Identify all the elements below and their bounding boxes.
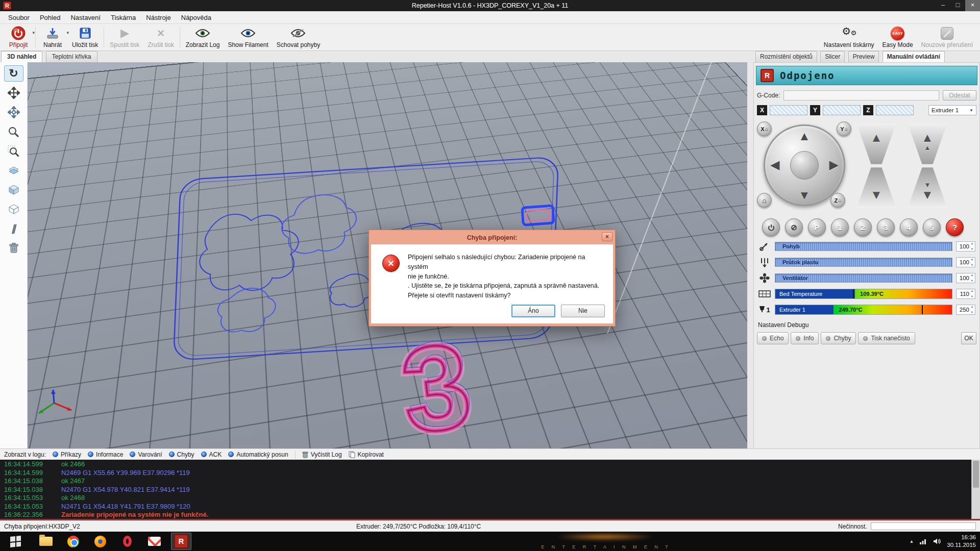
filter-errors[interactable]: Chyby bbox=[169, 451, 194, 458]
show-log-button[interactable]: Zobrazit Log bbox=[182, 24, 224, 51]
view-wireframe-button[interactable] bbox=[4, 201, 23, 217]
taskbar-chrome[interactable] bbox=[63, 533, 83, 550]
power-button[interactable] bbox=[762, 218, 780, 236]
spin-up-icon[interactable]: ▲ bbox=[970, 274, 974, 277]
menu-nastroje[interactable]: Nástroje bbox=[141, 12, 176, 23]
preset-1-button[interactable]: 1 bbox=[831, 218, 849, 236]
menu-pohled[interactable]: Pohled bbox=[35, 12, 65, 23]
taskbar-firefox[interactable] bbox=[90, 533, 110, 550]
parallel-projection-button[interactable]: ∥ bbox=[4, 220, 23, 237]
filter-ack[interactable]: ACK bbox=[201, 451, 222, 458]
close-button[interactable]: × bbox=[965, 0, 980, 11]
bed-temp-bar[interactable]: Bed Temperature 109.39°C bbox=[775, 289, 952, 299]
show-filament-button[interactable]: Show Filament bbox=[224, 24, 272, 51]
jog-y-plus-button[interactable]: ▲ bbox=[798, 129, 811, 143]
preset-4-button[interactable]: 4 bbox=[900, 218, 918, 236]
home-x-button[interactable]: X⌂ bbox=[757, 121, 772, 136]
log-scrollbar[interactable] bbox=[971, 460, 980, 519]
menu-nastaveni[interactable]: Nastavení bbox=[65, 12, 106, 23]
extruder-temp-target[interactable]: 250 ▲▼ bbox=[956, 305, 975, 315]
dialog-no-button[interactable]: Nie bbox=[561, 305, 605, 317]
dialog-close-button[interactable]: × bbox=[602, 232, 612, 241]
spin-down-icon[interactable]: ▼ bbox=[970, 280, 974, 283]
printer-settings-button[interactable]: ⚙⚙ Nastavení tiskárny bbox=[820, 24, 878, 51]
log-scroll-thumb[interactable] bbox=[973, 461, 979, 488]
debug-ok-button[interactable]: OK bbox=[961, 332, 976, 344]
tab-preview[interactable]: Preview bbox=[848, 51, 879, 62]
tab-temperature-curve[interactable]: Teplotní křivka bbox=[46, 51, 97, 62]
filter-warnings[interactable]: Varování bbox=[130, 451, 162, 458]
tab-object-placement[interactable]: Rozmístění objektů bbox=[755, 51, 817, 62]
debug-dryrun-button[interactable]: Tisk nanečisto bbox=[858, 332, 915, 344]
feedrate-value[interactable]: 100 ▲▼ bbox=[956, 241, 975, 252]
zoom-button[interactable] bbox=[4, 123, 23, 140]
zoom-region-button[interactable] bbox=[4, 143, 23, 159]
extruder-temp-bar[interactable]: Extruder 1 249.70°C bbox=[775, 305, 952, 315]
extruder-select[interactable]: Extruder 1 ▼ bbox=[928, 105, 976, 115]
help-button[interactable]: ? bbox=[946, 218, 964, 236]
fan-value[interactable]: 100 ▲▼ bbox=[956, 273, 975, 283]
start-button[interactable] bbox=[0, 532, 31, 551]
preset-5-button[interactable]: 5 bbox=[923, 218, 941, 236]
menu-soubor[interactable]: Soubor bbox=[3, 12, 35, 23]
filter-commands[interactable]: Příkazy bbox=[53, 451, 81, 458]
preset-2-button[interactable]: 2 bbox=[854, 218, 872, 236]
delete-object-button[interactable] bbox=[4, 240, 23, 256]
view-iso-button[interactable] bbox=[4, 182, 23, 198]
spin-down-icon[interactable]: ▼ bbox=[970, 295, 974, 298]
home-all-button[interactable]: ⌂ bbox=[757, 193, 772, 208]
menu-tiskarna[interactable]: Tiskárna bbox=[106, 12, 141, 23]
menu-napoveda[interactable]: Nápověda bbox=[176, 12, 216, 23]
clear-log-button[interactable]: Vyčistit Log bbox=[302, 451, 342, 458]
maximize-button[interactable]: □ bbox=[950, 0, 965, 11]
jog-x-plus-button[interactable]: ▶ bbox=[829, 158, 839, 172]
minimize-button[interactable]: – bbox=[936, 0, 950, 11]
jog-center-knob[interactable] bbox=[790, 151, 819, 180]
home-y-button[interactable]: Y⌂ bbox=[837, 121, 851, 136]
tab-slicer[interactable]: Slicer bbox=[820, 51, 845, 62]
taskbar-opera[interactable] bbox=[117, 533, 137, 550]
extruder-jog-control[interactable]: ▲ ▲ ▼ ▼ bbox=[905, 123, 950, 208]
move-viewpoint-button[interactable] bbox=[4, 104, 23, 120]
spin-up-icon[interactable]: ▲ bbox=[970, 242, 974, 245]
volume-icon[interactable] bbox=[933, 538, 941, 545]
bed-temp-target[interactable]: 110 ▲▼ bbox=[956, 289, 975, 299]
view-front-button[interactable] bbox=[4, 162, 23, 179]
connect-dropdown-icon[interactable]: ▾ bbox=[32, 30, 35, 35]
spin-down-icon[interactable]: ▼ bbox=[970, 248, 974, 251]
jog-x-minus-button[interactable]: ◀ bbox=[770, 158, 779, 172]
spin-down-icon[interactable]: ▼ bbox=[970, 311, 974, 314]
spin-up-icon[interactable]: ▲ bbox=[970, 290, 974, 293]
taskbar-file-explorer[interactable] bbox=[36, 533, 56, 550]
taskbar-gmail[interactable] bbox=[144, 533, 164, 550]
tray-expand-icon[interactable]: ▲ bbox=[909, 539, 914, 544]
move-object-button[interactable] bbox=[4, 85, 23, 101]
home-z-button[interactable]: Z⌂ bbox=[830, 193, 845, 208]
z-jog-control[interactable]: ▲ ▼ bbox=[854, 123, 899, 208]
easy-mode-button[interactable]: EASY Easy Mode bbox=[878, 24, 917, 51]
load-button[interactable]: ▾ Nahrát bbox=[37, 24, 68, 51]
filter-autoscroll[interactable]: Automatický posun bbox=[228, 451, 288, 458]
spin-up-icon[interactable]: ▲ bbox=[970, 258, 974, 261]
park-button[interactable]: P bbox=[808, 218, 826, 236]
save-print-button[interactable]: Uložit tisk bbox=[68, 24, 102, 51]
taskbar-repetier-active[interactable]: R bbox=[171, 533, 191, 550]
rotate-view-button[interactable]: ↻ bbox=[4, 65, 23, 82]
hide-travel-button[interactable]: Schovat pohyby bbox=[273, 24, 324, 51]
debug-echo-button[interactable]: Echo bbox=[757, 332, 789, 344]
jog-y-minus-button[interactable]: ▼ bbox=[798, 188, 811, 203]
atx-power-button[interactable]: ⊘ bbox=[785, 218, 803, 236]
tab-3d-preview[interactable]: 3D náhled bbox=[1, 51, 42, 62]
feedrate-slider[interactable]: Pohyb bbox=[775, 242, 952, 251]
flowrate-slider[interactable]: Průtok plastu bbox=[775, 258, 952, 267]
fan-slider[interactable]: Ventilátor bbox=[775, 273, 952, 283]
dialog-yes-button[interactable]: Áno bbox=[511, 305, 555, 317]
preset-3-button[interactable]: 3 bbox=[877, 218, 895, 236]
copy-log-button[interactable]: Kopírovat bbox=[349, 451, 384, 458]
tab-manual-control[interactable]: Manuální ovládání bbox=[883, 51, 945, 62]
spin-down-icon[interactable]: ▼ bbox=[970, 264, 974, 267]
network-icon[interactable] bbox=[919, 538, 927, 545]
flowrate-value[interactable]: 100 ▲▼ bbox=[956, 257, 975, 267]
taskbar-clock[interactable]: 16:36 30.11.2015 bbox=[947, 534, 976, 549]
connect-button[interactable]: ▾ Připojit bbox=[3, 24, 34, 51]
